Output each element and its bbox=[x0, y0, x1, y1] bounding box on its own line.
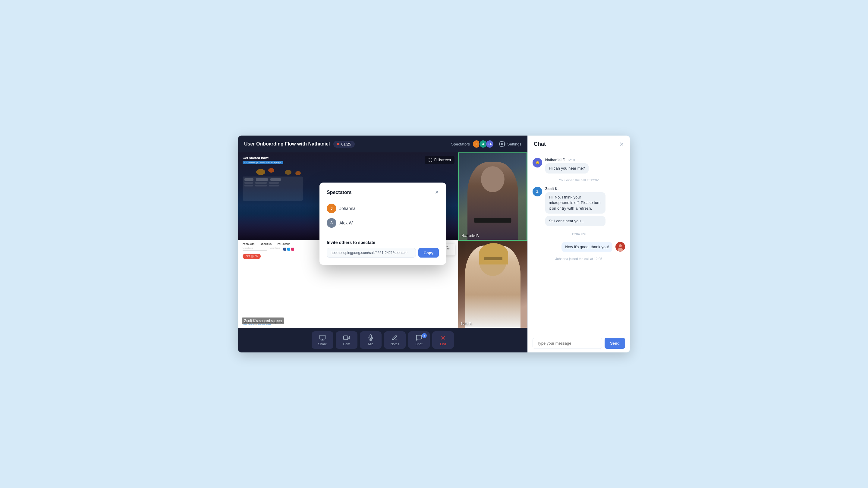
settings-button[interactable]: Settings bbox=[499, 141, 521, 147]
own-avatar-img bbox=[616, 242, 624, 251]
modal-divider bbox=[327, 235, 439, 235]
main-area: User Onboarding Flow with Nathaniel 01:2… bbox=[238, 135, 527, 352]
header: User Onboarding Flow with Nathaniel 01:2… bbox=[238, 135, 527, 153]
invite-label: Invite others to spectate bbox=[327, 240, 439, 245]
svg-point-10 bbox=[619, 244, 622, 247]
msg-time-1: 12:01 bbox=[567, 158, 576, 162]
modal-title: Spectators bbox=[327, 190, 352, 195]
message-group-2: Z Zsolt K. Hi! No, I think your micropho… bbox=[532, 187, 625, 226]
spectators-modal: Spectators ✕ J Johanna A Alex W. Invite … bbox=[319, 183, 446, 265]
avatar-nathaniel: 😊 bbox=[532, 158, 542, 167]
notes-label: Notes bbox=[391, 342, 399, 346]
modal-close-button[interactable]: ✕ bbox=[435, 190, 439, 195]
msg-sender-2: Zsolt K. bbox=[545, 187, 558, 191]
chat-button[interactable]: 2 Chat bbox=[408, 331, 430, 349]
cam-button[interactable]: Cam bbox=[336, 331, 358, 349]
share-label: Share bbox=[318, 342, 327, 346]
modal-header: Spectators ✕ bbox=[327, 190, 439, 195]
session-title: User Onboarding Flow with Nathaniel bbox=[244, 141, 330, 147]
spectator-item-johanna: J Johanna bbox=[327, 201, 439, 216]
time-separator: 12:04 You bbox=[532, 232, 625, 236]
svg-rect-1 bbox=[320, 335, 325, 339]
end-button[interactable]: End bbox=[432, 331, 454, 349]
chat-close-button[interactable]: ✕ bbox=[619, 141, 624, 147]
msg-content-2: Zsolt K. Hi! No, I think your microphone… bbox=[545, 187, 606, 226]
chat-label: Chat bbox=[415, 342, 422, 346]
message-group-1: 😊 Nathaniel F. 12:01 Hi can you hear me? bbox=[532, 158, 625, 173]
spectator-name-alex: Alex W. bbox=[339, 221, 353, 225]
chat-badge: 2 bbox=[422, 333, 427, 338]
send-button[interactable]: Send bbox=[604, 338, 625, 349]
avatar-stack: J A +4 bbox=[472, 140, 494, 148]
timer-value: 01:25 bbox=[341, 142, 351, 147]
avatar-zsolt: Z bbox=[532, 187, 542, 196]
chat-panel: Chat ✕ 😊 Nathaniel F. 12:01 Hi can yo bbox=[527, 135, 630, 352]
share-icon bbox=[319, 334, 326, 341]
timer-badge: 01:25 bbox=[333, 141, 355, 148]
msg-bubble-1: Hi can you hear me? bbox=[545, 163, 589, 173]
cam-icon bbox=[343, 334, 350, 341]
avatar-count: +4 bbox=[486, 140, 494, 148]
chat-title: Chat bbox=[534, 141, 546, 147]
system-msg-1: You joined the call at 12:02 bbox=[532, 178, 625, 182]
svg-text:😊: 😊 bbox=[536, 161, 539, 164]
chat-header: Chat ✕ bbox=[528, 135, 630, 153]
cam-label: Cam bbox=[343, 342, 350, 346]
chat-input[interactable] bbox=[532, 338, 602, 349]
avatar-own bbox=[615, 242, 625, 252]
msg-content-own: Now it's good, thank you! bbox=[561, 242, 613, 252]
recording-dot bbox=[337, 143, 339, 145]
chat-messages: 😊 Nathaniel F. 12:01 Hi can you hear me?… bbox=[528, 153, 630, 334]
header-left: User Onboarding Flow with Nathaniel 01:2… bbox=[244, 141, 355, 148]
notes-icon bbox=[392, 334, 398, 341]
settings-label: Settings bbox=[507, 142, 521, 147]
chat-icon bbox=[415, 334, 422, 341]
end-icon bbox=[440, 334, 446, 341]
msg-sender-1: Nathaniel F. bbox=[545, 158, 565, 162]
invite-url-input[interactable] bbox=[327, 248, 416, 258]
invite-link-row: Copy bbox=[327, 248, 439, 258]
msg-meta-1: Nathaniel F. 12:01 bbox=[545, 158, 589, 162]
video-content: Get started now! 4,170 clicks (20.22%) -… bbox=[238, 153, 527, 328]
spectator-avatar-johanna: J bbox=[327, 204, 336, 213]
msg-bubble-2: Hi! No, I think your microphone is off. … bbox=[545, 192, 606, 214]
emoji-avatar: 😊 bbox=[535, 160, 540, 165]
header-right: Spectators J A +4 Settings bbox=[451, 140, 521, 148]
message-group-own: Now it's good, thank you! bbox=[532, 242, 625, 252]
copy-button[interactable]: Copy bbox=[418, 248, 439, 258]
gear-icon bbox=[499, 141, 505, 147]
msg-bubble-own: Now it's good, thank you! bbox=[561, 242, 613, 252]
msg-content-1: Nathaniel F. 12:01 Hi can you hear me? bbox=[545, 158, 589, 173]
msg-bubble-3: Still can't hear you... bbox=[545, 216, 606, 226]
mic-button[interactable]: Mic bbox=[360, 331, 381, 349]
end-label: End bbox=[440, 342, 446, 346]
chat-input-area: Send bbox=[528, 334, 630, 352]
toolbar: Share Cam Mic Notes 2 bbox=[238, 328, 527, 352]
app-container: User Onboarding Flow with Nathaniel 01:2… bbox=[238, 135, 630, 352]
svg-point-0 bbox=[501, 143, 503, 145]
mic-label: Mic bbox=[368, 342, 373, 346]
share-button[interactable]: Share bbox=[312, 331, 333, 349]
spectators-label: Spectators bbox=[451, 142, 470, 147]
spectator-avatar-alex: A bbox=[327, 218, 336, 228]
mic-icon bbox=[367, 334, 374, 341]
svg-rect-2 bbox=[344, 336, 348, 340]
spectator-item-alex: A Alex W. bbox=[327, 216, 439, 230]
msg-meta-2: Zsolt K. bbox=[545, 187, 606, 191]
spectators-modal-overlay: Spectators ✕ J Johanna A Alex W. Invite … bbox=[238, 153, 527, 328]
notes-button[interactable]: Notes bbox=[384, 331, 406, 349]
spectator-name-johanna: Johanna bbox=[339, 206, 355, 211]
spectators-info: Spectators J A +4 bbox=[451, 140, 494, 148]
system-msg-2: Johanna joined the call at 12:05 bbox=[532, 257, 625, 261]
